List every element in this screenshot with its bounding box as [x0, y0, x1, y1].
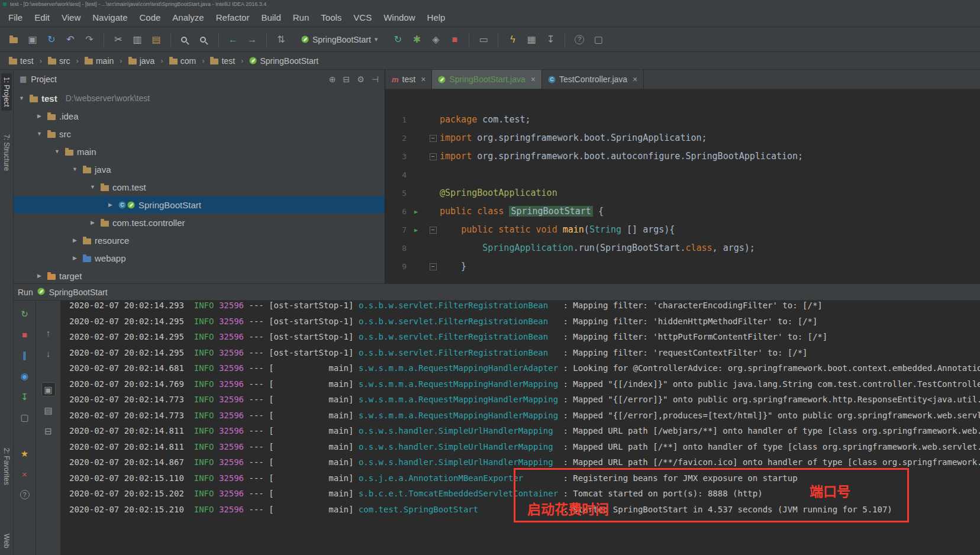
compare-button[interactable]: ⇅ — [272, 31, 290, 49]
tree-row-target[interactable]: ▶target — [14, 267, 385, 283]
fold-marker-icon[interactable] — [425, 147, 440, 166]
cut-button[interactable]: ✂ — [109, 31, 127, 49]
forward-button[interactable]: → — [243, 31, 261, 49]
copy-button[interactable]: ▥ — [128, 31, 146, 49]
replace-button[interactable] — [195, 31, 213, 49]
expand-arrow-icon[interactable]: ▶ — [70, 255, 79, 261]
find-button[interactable] — [176, 31, 194, 49]
breadcrumb-test-0[interactable]: test — [7, 55, 36, 67]
thread-dump-button[interactable]: ◉ — [18, 369, 32, 383]
tab-test[interactable]: mtest× — [386, 70, 432, 89]
tree-row-test[interactable]: ▼testD:\webserver\work\test — [14, 89, 385, 107]
breadcrumb-com-4[interactable]: com — [167, 55, 198, 67]
tree-row-resource[interactable]: ▶resource — [14, 231, 385, 249]
power-button[interactable]: ϟ — [504, 31, 521, 49]
run-button[interactable]: ↻ — [389, 31, 407, 49]
update-button[interactable]: ↧ — [541, 31, 559, 49]
stripe-7-structure[interactable]: 7: Structure — [1, 131, 12, 175]
locate-button[interactable]: ⊕ — [329, 75, 336, 84]
synchronize-button[interactable]: ↻ — [43, 31, 60, 49]
menu-window[interactable]: Window — [378, 10, 421, 25]
project-tree[interactable]: ▼testD:\webserver\work\test▶.idea▼src▼ma… — [14, 88, 385, 283]
tree-row-com-test[interactable]: ▼com.test — [14, 178, 385, 196]
menu-run[interactable]: Run — [287, 10, 315, 25]
pin-button[interactable]: ★ — [18, 446, 32, 460]
tree-row-main[interactable]: ▼main — [14, 143, 385, 160]
close-icon[interactable]: × — [531, 75, 536, 84]
window-button[interactable]: ▢ — [589, 31, 607, 49]
menu-view[interactable]: View — [56, 10, 86, 25]
expand-arrow-icon[interactable]: ▶ — [70, 237, 79, 243]
breadcrumb-src-1[interactable]: src — [46, 55, 72, 67]
settings-button[interactable]: ⚙ — [357, 75, 365, 84]
paste-button[interactable]: ▤ — [147, 31, 165, 49]
expand-arrow-icon[interactable]: ▶ — [88, 220, 97, 225]
close-button[interactable]: × — [18, 467, 32, 481]
help-button[interactable]: ? — [570, 31, 588, 49]
tree-row-com-test-controller[interactable]: ▶com.test.controller — [14, 214, 385, 231]
collapse-arrow-icon[interactable]: ▼ — [53, 149, 62, 154]
console-button[interactable]: ▭ — [475, 31, 492, 49]
tree-row-webapp[interactable]: ▶webapp — [14, 249, 385, 267]
clear-all-button[interactable]: ⊟ — [41, 424, 56, 438]
run-line-icon[interactable]: ▶ — [407, 202, 425, 221]
back-button[interactable]: ← — [224, 31, 242, 49]
menu-tools[interactable]: Tools — [315, 10, 347, 25]
collapse-all-button[interactable]: ⊟ — [343, 75, 350, 84]
tab-springbootstart-java[interactable]: SpringBootStart.java× — [432, 70, 542, 89]
menu-help[interactable]: Help — [421, 10, 452, 25]
expand-arrow-icon[interactable]: ▶ — [35, 273, 44, 279]
collapse-arrow-icon[interactable]: ▼ — [17, 95, 26, 101]
fold-marker-icon[interactable] — [425, 257, 440, 276]
stripe-2-favorites[interactable]: 2: Favorites — [1, 444, 12, 489]
collapse-arrow-icon[interactable]: ▼ — [35, 131, 44, 137]
breadcrumb-main-2[interactable]: main — [83, 55, 115, 67]
menu-refactor[interactable]: Refactor — [210, 10, 256, 25]
expand-arrow-icon[interactable]: ▶ — [35, 113, 44, 119]
menu-code[interactable]: Code — [133, 10, 166, 25]
help-button[interactable]: ? — [18, 488, 32, 502]
stop-button[interactable]: ■ — [18, 327, 32, 341]
restore-layout-button[interactable]: ↧ — [18, 389, 32, 404]
code-editor[interactable]: 1package com.test;2import org.springfram… — [385, 89, 980, 283]
soft-wrap-button[interactable]: ▣ — [41, 382, 56, 396]
menu-vcs[interactable]: VCS — [347, 10, 378, 25]
menu-navigate[interactable]: Navigate — [86, 10, 133, 25]
tab-testcontroller-java[interactable]: CTestController.java× — [542, 70, 644, 89]
stop-button[interactable]: ■ — [446, 31, 463, 49]
undo-button[interactable]: ↶ — [62, 31, 79, 49]
menu-file[interactable]: File — [2, 10, 28, 25]
menu-build[interactable]: Build — [255, 10, 286, 25]
redo-button[interactable]: ↷ — [80, 31, 98, 49]
close-icon[interactable]: × — [633, 75, 637, 84]
open-button[interactable] — [5, 31, 22, 49]
print-button[interactable]: ▤ — [41, 403, 56, 417]
stripe-web[interactable]: Web — [1, 530, 12, 551]
hide-button[interactable]: ⊣ — [372, 75, 379, 84]
save-all-button[interactable]: ▣ — [24, 31, 41, 49]
run-line-icon[interactable]: ▶ — [407, 221, 425, 239]
fold-marker-icon[interactable] — [425, 129, 440, 147]
collapse-arrow-icon[interactable]: ▼ — [88, 184, 97, 190]
layout-button[interactable]: ▦ — [523, 31, 540, 49]
run-configuration-selector[interactable]: SpringBootStart▾ — [296, 33, 383, 47]
expand-arrow-icon[interactable]: ▶ — [106, 202, 115, 208]
coverage-button[interactable]: ◈ — [427, 31, 444, 49]
fold-marker-icon[interactable] — [425, 221, 440, 239]
tree-row-src[interactable]: ▼src — [14, 125, 385, 143]
tree-row-springbootstart[interactable]: ▶CSpringBootStart — [14, 196, 385, 214]
prev-occurrence-button[interactable]: ↑ — [41, 325, 56, 340]
menu-edit[interactable]: Edit — [28, 10, 56, 25]
tree-row-idea[interactable]: ▶.idea — [14, 107, 385, 125]
debug-button[interactable]: ✱ — [408, 31, 425, 49]
breadcrumb-java-3[interactable]: java — [127, 55, 157, 67]
rerun-button[interactable]: ↻ — [18, 306, 32, 321]
show-console-button[interactable]: ▢ — [18, 410, 32, 424]
next-occurrence-button[interactable]: ↓ — [41, 346, 56, 360]
breadcrumb-springbootstart-6[interactable]: SpringBootStart — [247, 55, 320, 67]
stripe-1-project[interactable]: 1: Project — [1, 73, 12, 111]
close-icon[interactable]: × — [421, 75, 425, 84]
collapse-arrow-icon[interactable]: ▼ — [70, 166, 79, 172]
pause-output-button[interactable]: ∥ — [18, 348, 32, 362]
breadcrumb-test-5[interactable]: test — [208, 55, 237, 67]
